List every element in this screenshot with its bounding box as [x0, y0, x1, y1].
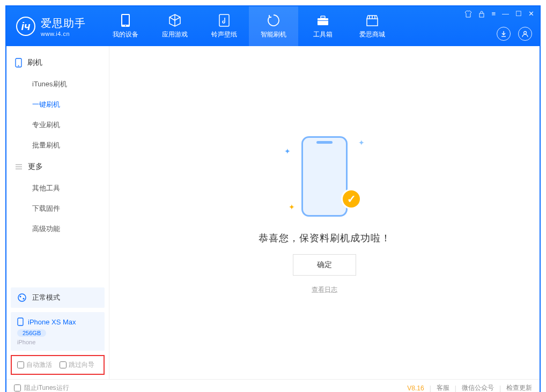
sparkle-icon: ✦	[358, 138, 365, 147]
menu-icon[interactable]: ≡	[491, 10, 496, 18]
logo-block: iч 爱思助手 www.i4.cn	[6, 6, 95, 46]
svg-rect-3	[219, 14, 229, 26]
svg-rect-1	[122, 15, 129, 25]
sidebar-item-batch-flash[interactable]: 批量刷机	[6, 135, 109, 156]
storage-badge: 256GB	[17, 329, 46, 337]
window-controls: ≡ — ☐ ✕	[464, 10, 534, 18]
mode-icon	[17, 293, 27, 302]
user-icon[interactable]	[518, 27, 532, 41]
footer: 阻止iTunes运行 V8.16 | 客服 | 微信公众号 | 检查更新	[6, 379, 540, 392]
success-message: 恭喜您，保资料刷机成功啦！	[259, 232, 391, 245]
mode-card[interactable]: 正常模式	[11, 287, 105, 308]
toolbox-icon	[316, 13, 330, 27]
device-type: iPhone	[17, 339, 35, 345]
phone-graphic	[301, 136, 348, 217]
sidebar-item-pro-flash[interactable]: 专业刷机	[6, 115, 109, 135]
nav-smart-flash[interactable]: 智能刷机	[249, 6, 298, 46]
app-name: 爱思助手	[41, 16, 86, 31]
version-label: V8.16	[407, 384, 424, 392]
footer-link-wechat[interactable]: 微信公众号	[462, 383, 494, 392]
list-icon	[15, 164, 23, 170]
svg-rect-14	[18, 318, 23, 326]
ok-button[interactable]: 确定	[293, 254, 356, 276]
app-logo-icon: iч	[16, 17, 35, 36]
main-nav: 我的设备 应用游戏 铃声壁纸 智能刷机 工具箱 爱思商城	[101, 6, 397, 46]
sidebar-section-more: 更多	[6, 156, 109, 178]
device-icon	[119, 13, 132, 27]
app-body: 刷机 iTunes刷机 一键刷机 专业刷机 批量刷机 更多 其他工具 下载固件 …	[6, 46, 540, 379]
checkmark-badge-icon: ✓	[341, 189, 361, 209]
mode-label: 正常模式	[32, 293, 60, 302]
svg-point-8	[524, 32, 527, 34]
sidebar-item-itunes-flash[interactable]: iTunes刷机	[6, 74, 109, 94]
sparkle-icon: ✦	[289, 203, 295, 211]
device-name-row: iPhone XS Max	[17, 317, 76, 326]
svg-rect-5	[321, 16, 325, 18]
svg-rect-6	[318, 20, 328, 21]
footer-link-support[interactable]: 客服	[437, 383, 449, 392]
device-card[interactable]: iPhone XS Max 256GB iPhone	[11, 312, 105, 351]
nav-label: 工具箱	[313, 30, 333, 39]
sidebar-scroll: 刷机 iTunes刷机 一键刷机 专业刷机 批量刷机 更多 其他工具 下载固件 …	[6, 46, 109, 283]
block-itunes-checkbox[interactable]: 阻止iTunes运行	[14, 383, 69, 392]
svg-point-11	[18, 294, 26, 301]
nav-label: 智能刷机	[261, 30, 286, 39]
device-name: iPhone XS Max	[28, 318, 76, 326]
maximize-button[interactable]: ☐	[515, 10, 522, 18]
nav-apps-games[interactable]: 应用游戏	[150, 6, 200, 46]
sidebar-item-download-firmware[interactable]: 下载固件	[6, 198, 109, 219]
skip-guide-checkbox[interactable]: 跳过向导	[60, 360, 94, 369]
tshirt-icon[interactable]	[464, 10, 472, 18]
sidebar-item-other-tools[interactable]: 其他工具	[6, 178, 109, 198]
nav-ringtone-wallpaper[interactable]: 铃声壁纸	[200, 6, 249, 46]
phone-small-icon	[17, 317, 24, 326]
nav-label: 应用游戏	[162, 30, 188, 39]
success-illustration: ✦ ✦ ✦ ✓	[284, 131, 365, 222]
store-icon	[365, 13, 379, 27]
nav-toolbox[interactable]: 工具箱	[298, 6, 348, 46]
sidebar-item-oneclick-flash[interactable]: 一键刷机	[6, 94, 109, 115]
options-row: 自动激活 跳过向导	[11, 355, 105, 375]
sidebar-section-flash: 刷机	[6, 51, 109, 74]
section-title: 刷机	[27, 58, 42, 68]
minimize-button[interactable]: —	[502, 10, 509, 18]
nav-label: 爱思商城	[359, 30, 385, 39]
music-file-icon	[217, 13, 231, 27]
sidebar: 刷机 iTunes刷机 一键刷机 专业刷机 批量刷机 更多 其他工具 下载固件 …	[6, 46, 109, 379]
main-content: ✦ ✦ ✦ ✓ 恭喜您，保资料刷机成功啦！ 确定 查看日志	[109, 46, 540, 379]
svg-point-12	[20, 296, 21, 298]
nav-store[interactable]: 爱思商城	[348, 6, 397, 46]
nav-my-device[interactable]: 我的设备	[101, 6, 150, 46]
header-right-icons	[497, 27, 532, 41]
lock-icon[interactable]	[478, 10, 485, 18]
view-log-link[interactable]: 查看日志	[312, 285, 337, 294]
svg-point-10	[18, 65, 19, 66]
sidebar-bottom: 正常模式 iPhone XS Max 256GB iPhone 自动激活 跳过向…	[6, 283, 109, 379]
app-window: iч 爱思助手 www.i4.cn 我的设备 应用游戏 铃声壁纸 智能刷机	[5, 5, 541, 392]
close-button[interactable]: ✕	[528, 10, 534, 18]
sparkle-icon: ✦	[284, 147, 291, 156]
nav-label: 铃声壁纸	[211, 30, 237, 39]
refresh-shield-icon	[267, 13, 281, 27]
phone-icon	[15, 58, 22, 68]
footer-right: V8.16 | 客服 | 微信公众号 | 检查更新	[407, 383, 532, 392]
sidebar-item-advanced[interactable]: 高级功能	[6, 219, 109, 239]
svg-point-2	[125, 25, 126, 26]
app-title-text: 爱思助手 www.i4.cn	[41, 16, 86, 37]
cube-icon	[168, 13, 182, 27]
titlebar: iч 爱思助手 www.i4.cn 我的设备 应用游戏 铃声壁纸 智能刷机	[6, 6, 540, 46]
auto-activate-checkbox[interactable]: 自动激活	[17, 360, 52, 369]
svg-point-13	[23, 298, 25, 300]
svg-rect-7	[479, 13, 484, 17]
svg-rect-4	[318, 18, 328, 25]
nav-label: 我的设备	[113, 30, 138, 39]
download-icon[interactable]	[497, 27, 511, 41]
section-title: 更多	[28, 162, 43, 172]
footer-link-update[interactable]: 检查更新	[506, 383, 532, 392]
app-subtitle: www.i4.cn	[41, 31, 86, 37]
